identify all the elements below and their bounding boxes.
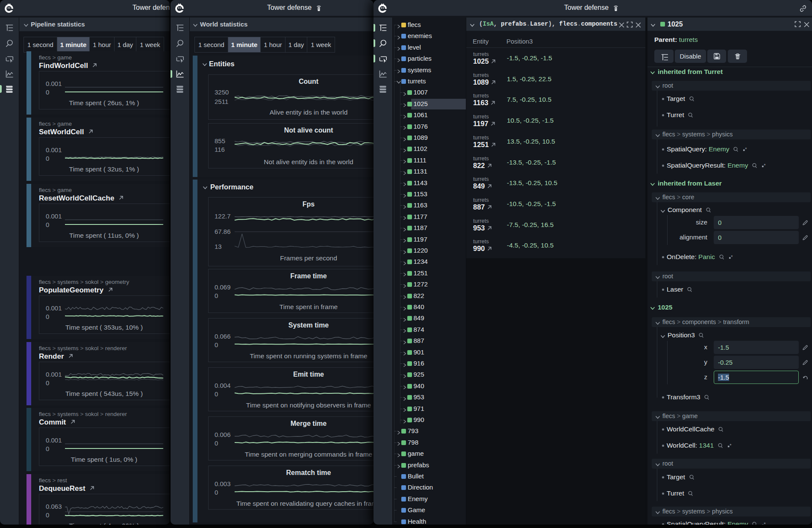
svg-text:*: * bbox=[745, 147, 747, 152]
svg-text:*: * bbox=[764, 163, 766, 168]
svg-text:*: * bbox=[731, 254, 733, 260]
svg-text:*: * bbox=[730, 443, 732, 448]
svg-text:*: * bbox=[764, 522, 766, 525]
